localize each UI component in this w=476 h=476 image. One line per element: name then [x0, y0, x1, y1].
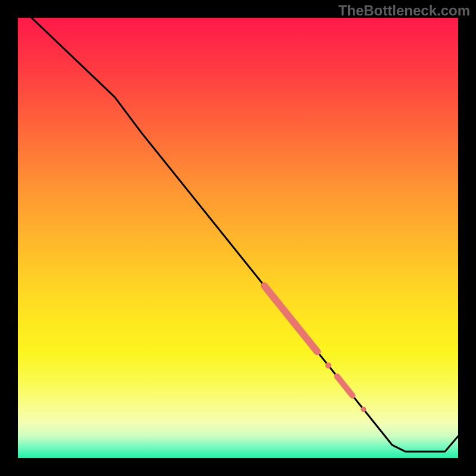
highlight-dot-1 — [325, 362, 331, 368]
highlight-dot-2 — [361, 406, 366, 412]
watermark-text: TheBottleneck.com — [339, 2, 470, 19]
bottleneck-curve — [18, 18, 458, 452]
highlight-segment-2 — [337, 377, 353, 396]
highlight-segment-1 — [264, 286, 317, 352]
plot-area — [18, 18, 458, 458]
highlight-layer — [264, 286, 366, 412]
chart-frame: TheBottleneck.com — [0, 0, 476, 476]
curve-layer — [18, 18, 458, 452]
chart-svg — [18, 18, 458, 458]
